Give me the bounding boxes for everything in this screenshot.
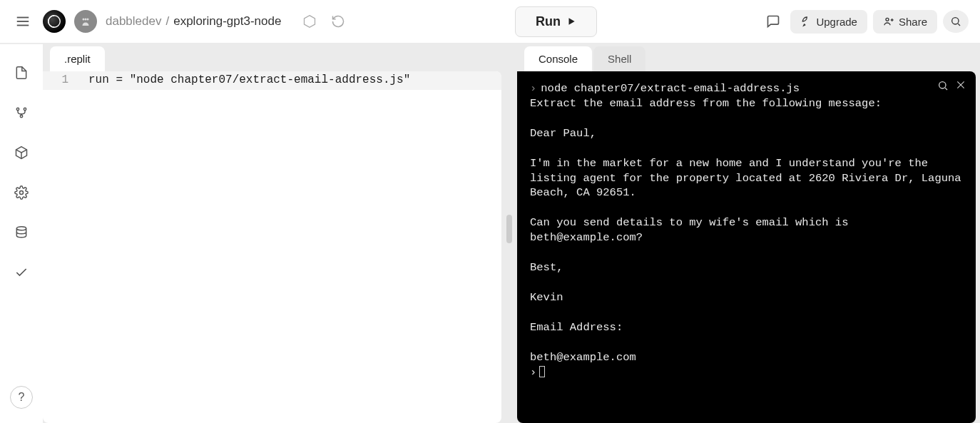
prompt-char: ›	[530, 82, 536, 95]
files-icon[interactable]	[7, 58, 36, 87]
tab-console[interactable]: Console	[524, 46, 592, 71]
svg-point-6	[85, 19, 87, 21]
prompt-char-2: ›	[530, 366, 536, 379]
editor-line: 1 run = "node chapter07/extract-email-ad…	[43, 71, 501, 90]
console-search-icon[interactable]	[937, 80, 949, 96]
svg-line-23	[945, 88, 947, 90]
app-header: dabbledev / exploring-gpt3-node Run Upgr…	[0, 0, 980, 43]
search-button[interactable]	[943, 10, 969, 33]
share-button[interactable]: Share	[873, 10, 937, 34]
code-token-key: run	[88, 73, 109, 86]
svg-point-22	[939, 82, 946, 88]
version-control-icon[interactable]	[7, 98, 36, 127]
user-avatar[interactable]	[74, 10, 97, 33]
run-button[interactable]: Run	[515, 6, 597, 37]
history-icon[interactable]	[327, 10, 349, 33]
svg-point-4	[83, 19, 85, 21]
workspace: ? .replit 1 run = "node chapter07/extrac…	[0, 43, 980, 423]
console-pane: Console Shell ›node chapter07/extract-em…	[517, 44, 976, 423]
console-prompt-line: ›	[530, 365, 963, 380]
editor-tab-replit[interactable]: .replit	[50, 46, 105, 71]
console-command-line: ›node chapter07/extract-email-address.js	[530, 81, 963, 96]
console-output-text: Extract the email address from the follo…	[530, 96, 963, 365]
share-label: Share	[899, 16, 927, 28]
breadcrumb-project[interactable]: exploring-gpt3-node	[173, 14, 281, 29]
replit-logo-icon[interactable]	[43, 10, 66, 33]
run-button-label: Run	[536, 14, 561, 29]
svg-marker-8	[568, 18, 574, 24]
upgrade-button[interactable]: Upgrade	[790, 10, 867, 34]
svg-point-9	[886, 18, 889, 21]
panes-container: .replit 1 run = "node chapter07/extract-…	[43, 44, 980, 423]
console-output[interactable]: ›node chapter07/extract-email-address.js…	[517, 71, 976, 423]
console-tab-bar: Console Shell	[517, 44, 976, 71]
cursor-icon	[539, 366, 545, 377]
svg-point-14	[16, 108, 19, 110]
line-number: 1	[43, 71, 83, 90]
code-editor[interactable]: 1 run = "node chapter07/extract-email-ad…	[43, 71, 501, 423]
breadcrumb-owner[interactable]: dabbledev	[106, 14, 161, 29]
editor-pane: .replit 1 run = "node chapter07/extract-…	[43, 44, 501, 423]
add-user-icon	[883, 16, 894, 27]
breadcrumb: dabbledev / exploring-gpt3-node	[106, 14, 281, 29]
editor-tab-bar: .replit	[43, 44, 501, 71]
help-button[interactable]: ?	[10, 386, 33, 409]
hamburger-menu-icon[interactable]	[11, 10, 34, 33]
svg-point-5	[87, 19, 89, 21]
upgrade-label: Upgrade	[816, 16, 857, 28]
checkmark-icon[interactable]	[7, 258, 36, 287]
console-clear-icon[interactable]	[956, 80, 966, 96]
settings-icon[interactable]	[7, 178, 36, 207]
search-icon	[950, 16, 961, 27]
svg-line-13	[958, 24, 960, 26]
code-token-string: "node chapter07/extract-email-address.js…	[130, 73, 411, 86]
sidebar: ?	[0, 44, 43, 423]
svg-point-21	[16, 227, 26, 230]
svg-point-16	[20, 115, 22, 117]
tab-shell[interactable]: Shell	[593, 46, 645, 71]
svg-point-20	[20, 191, 24, 195]
breadcrumb-separator: /	[165, 14, 169, 29]
play-icon	[566, 16, 576, 26]
rocket-icon	[800, 16, 812, 27]
console-toolbar	[937, 80, 966, 96]
chat-icon[interactable]	[762, 10, 785, 33]
pane-splitter[interactable]	[509, 44, 510, 423]
help-label: ?	[19, 391, 25, 404]
svg-point-12	[952, 18, 959, 24]
packages-icon[interactable]	[7, 138, 36, 167]
code-token-operator: =	[109, 73, 130, 86]
svg-point-15	[24, 108, 26, 110]
console-command: node chapter07/extract-email-address.js	[541, 82, 800, 95]
svg-marker-7	[305, 16, 315, 28]
database-icon[interactable]	[7, 218, 36, 247]
line-code: run = "node chapter07/extract-email-addr…	[83, 71, 410, 90]
language-nodejs-icon[interactable]	[298, 10, 321, 33]
